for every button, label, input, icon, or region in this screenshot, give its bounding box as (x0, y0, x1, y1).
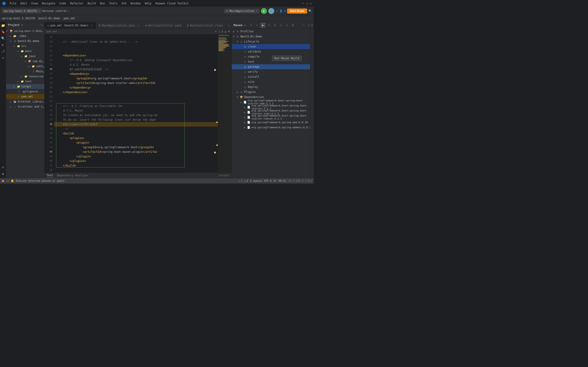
maven-minimize-button[interactable]: ─ (301, 23, 306, 28)
maven-item-verify[interactable]: ▶ ◎ verify (232, 69, 314, 74)
debug-button[interactable]: 🐛 (268, 8, 274, 14)
code-content[interactable]: <!-- Additional lines to be added here..… (54, 34, 217, 173)
activity-settings[interactable]: ⚙ (0, 164, 6, 170)
menu-vcs[interactable]: VCS (120, 1, 128, 6)
maven-generate-button[interactable]: ✦ (278, 23, 284, 28)
close-button[interactable]: × (310, 2, 312, 5)
maven-item-spring-webmvc[interactable]: ▶ 📄 org.springframework:spring-webmvc:6.… (232, 125, 314, 130)
notification-icon[interactable]: 🔔 (11, 179, 14, 182)
tab-close-mainapplication[interactable]: × (136, 24, 139, 27)
bottom-tab-text[interactable]: Text (46, 173, 53, 177)
tree-item-external-libs[interactable]: ▶ 📚 External Libraries (6, 99, 44, 104)
tab-hellocontroller[interactable]: H HelloController.java (142, 22, 184, 29)
folding-icon[interactable]: ⊟ (215, 30, 216, 33)
maven-add-button[interactable]: + (249, 23, 254, 28)
tree-item-gitignore[interactable]: ▶ ⎇ .gitignore (6, 89, 44, 94)
activity-unknown1[interactable]: ◎ (0, 55, 6, 60)
breadcrumb-item-file[interactable]: pom.xml (64, 17, 75, 20)
translate-icon[interactable]: A (284, 9, 286, 13)
maven-item-deploy[interactable]: ▶ ◎ deploy (232, 84, 314, 90)
maven-settings-button[interactable]: ⚙ (290, 23, 295, 28)
run-button[interactable]: ▶ (261, 8, 267, 14)
line-ending-indicator[interactable]: LF (273, 179, 276, 182)
maven-item-spring-web[interactable]: ▶ 📄 org.springframework:spring-web:6.0.1… (232, 120, 314, 125)
maven-item-clean[interactable]: ▶ ◎ clean (232, 44, 314, 49)
maven-run-button[interactable]: ▶ (260, 23, 266, 28)
tree-item-src[interactable]: ▼ 📁 src (6, 44, 44, 49)
menu-huawei[interactable]: Huawei Cloud Toolkit (154, 1, 191, 6)
menu-run[interactable]: Run (98, 1, 107, 6)
collapse-icon[interactable]: ▼ (228, 30, 230, 33)
tab-close-pomxml[interactable]: × (90, 24, 93, 27)
tree-item-root[interactable]: ▼ 📦 spring-boot-3-202376 D:\project\Idea… (6, 28, 44, 33)
maximize-button[interactable]: □ (306, 2, 308, 5)
maven-item-starter[interactable]: ▶ 📄 org.springframework.boot:spring-boot… (232, 105, 314, 110)
tree-item-controller[interactable]: ▶ 📁 controller (6, 64, 44, 69)
maven-item-site[interactable]: ▶ ◎ site (232, 79, 314, 84)
tab-pomxml[interactable]: m pom.xml (boot3-01-demo) × (44, 22, 96, 29)
tab-restcontroller[interactable]: R RestController.class (184, 22, 226, 29)
activity-search[interactable]: 🔍 (0, 35, 6, 41)
maven-close-button[interactable]: ✕ (284, 23, 289, 28)
tab-mainapplication[interactable]: M MainApplication.java × (96, 22, 142, 29)
maven-item-install[interactable]: ▶ ◎ install (232, 74, 314, 79)
maven-item-profiles[interactable]: ▶ ≡ Profiles (232, 29, 314, 34)
maven-skip-tests[interactable]: ⊘ (272, 23, 277, 28)
error-count[interactable]: ✕ 1 (239, 179, 242, 182)
tree-item-main[interactable]: ▼ 📁 main (6, 49, 44, 54)
tab-more-button[interactable]: ⋯ (226, 22, 232, 29)
branch-icon[interactable]: ⎇ (6, 179, 9, 182)
activity-run[interactable]: ▶ (0, 42, 6, 48)
profile-icon[interactable]: 👤 (279, 9, 283, 13)
activity-bookmarks[interactable]: 🔖 (0, 29, 6, 35)
bottom-tab-dependency[interactable]: Dependency Analyzer (57, 173, 88, 177)
menu-tools[interactable]: Tools (107, 1, 119, 6)
version-control-selector[interactable]: Version control ▾ (42, 9, 70, 13)
maven-item-starter-json[interactable]: ▶ 📄 org.springframework.boot:spring-boot… (232, 110, 314, 115)
tree-item-resources[interactable]: ▶ 📁 resources (6, 74, 44, 79)
menu-code[interactable]: Code (58, 1, 68, 6)
tree-item-test[interactable]: ▶ 📁 test (6, 79, 44, 84)
project-selector[interactable]: spring-boot-3-202376 ▾ (2, 9, 41, 13)
maven-item-dependencies[interactable]: ▼ 📦 Dependencies (232, 94, 314, 100)
run-configuration[interactable]: ▶ MainApplication ▾ (224, 9, 259, 13)
maven-item-plugins[interactable]: ▶ ⚙ Plugins (232, 90, 314, 94)
more-options-button[interactable]: ⋯ (276, 9, 278, 13)
tree-item-scratches[interactable]: ▶ ✏ Scratches and Consoles (6, 104, 44, 109)
expand-icon[interactable]: ▲ (225, 30, 226, 33)
menu-edit[interactable]: Edit (19, 1, 29, 6)
sidebar-options-icon[interactable]: ⋯ (41, 23, 43, 27)
maven-item-lifecycle[interactable]: ▼ ◎ Lifecycle (232, 39, 314, 44)
search-icon[interactable]: 🔍 (309, 9, 312, 13)
menu-view[interactable]: View (29, 1, 40, 6)
start-exam-button[interactable]: Start Exam (287, 8, 307, 14)
tree-item-boot3[interactable]: ▼ m boot3-01-demo (6, 39, 44, 44)
tree-item-java[interactable]: ▼ 📁 java (6, 54, 44, 59)
menu-help[interactable]: Help (143, 1, 153, 6)
activity-unknown2[interactable]: ◉ (0, 171, 6, 177)
maven-download-button[interactable]: ⬇ (254, 23, 259, 28)
spaces-indicator[interactable]: 4 spaces (250, 179, 262, 182)
tree-item-package[interactable]: ▼ 📦 com.djc.boot (6, 59, 44, 64)
minimize-button[interactable]: ─ (302, 1, 304, 6)
activity-git[interactable]: ⎇ (0, 48, 6, 54)
encoding-indicator[interactable]: UTF-8 (264, 179, 271, 182)
maven-toggle-offline[interactable]: ⊝ (267, 23, 271, 28)
maven-item-package[interactable]: ▶ ◎ package (232, 64, 314, 69)
warning-count[interactable]: △ 2 (244, 179, 248, 182)
menu-navigate[interactable]: Navigate (40, 1, 57, 6)
menu-refactor[interactable]: Refactor (68, 1, 85, 6)
activity-project[interactable]: 📁 (0, 23, 6, 28)
maven-item-validate[interactable]: ▶ ◎ validate (232, 49, 314, 54)
tree-item-pomxml[interactable]: ▶ m pom.xml (6, 94, 44, 99)
tree-item-idea[interactable]: ▶ 📂 .idea (6, 33, 44, 39)
tree-item-target[interactable]: ▶ 📁 target (6, 84, 44, 89)
breadcrumb-item-project[interactable]: spring-boot-3-202376 (2, 17, 35, 20)
breadcrumb-item-module[interactable]: boot3-01-demo (39, 17, 60, 20)
tree-item-mainapplication[interactable]: ▶ J MainApplication (6, 69, 44, 74)
menu-build[interactable]: Build (86, 1, 98, 6)
maven-refresh-button[interactable]: ↻ (242, 23, 248, 28)
maven-item-starter-tomcat[interactable]: ▶ 📄 org.springframework.boot:spring-boot… (232, 115, 314, 120)
menu-window[interactable]: Window (129, 1, 142, 6)
menu-file[interactable]: File (8, 1, 18, 6)
